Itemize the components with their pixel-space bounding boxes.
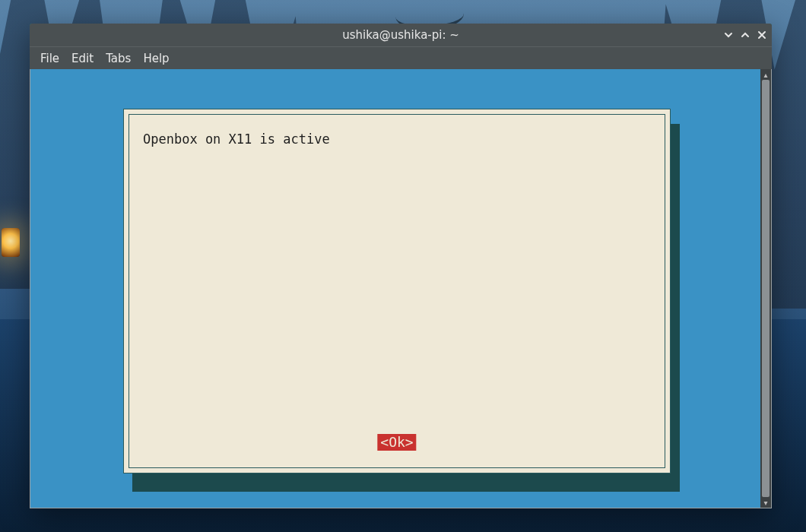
chevron-down-icon xyxy=(724,30,733,40)
menu-tabs[interactable]: Tabs xyxy=(100,47,137,70)
window-title: ushika@ushika-pi: ~ xyxy=(30,24,772,46)
dialog-frame: Openbox on X11 is active <Ok> xyxy=(129,114,665,468)
window-maximize-button[interactable] xyxy=(740,30,750,40)
ok-button[interactable]: <Ok> xyxy=(377,434,416,451)
scrollbar-up-arrow[interactable]: ▴ xyxy=(760,69,771,80)
terminal-content[interactable]: Openbox on X11 is active <Ok> xyxy=(30,69,760,508)
window-control-buttons xyxy=(723,24,767,46)
terminal-scrollbar[interactable]: ▴ ▾ xyxy=(760,69,771,508)
window-close-button[interactable] xyxy=(757,30,767,40)
triangle-up-icon: ▴ xyxy=(763,71,767,79)
chevron-up-icon xyxy=(741,30,750,40)
terminal-window: ushika@ushika-pi: ~ File Edit Tabs Hel xyxy=(30,24,772,508)
window-titlebar[interactable]: ushika@ushika-pi: ~ xyxy=(30,24,772,46)
triangle-down-icon: ▾ xyxy=(763,499,767,507)
window-minimize-button[interactable] xyxy=(723,30,734,40)
dialog-message: Openbox on X11 is active xyxy=(143,131,651,147)
whiptail-dialog: Openbox on X11 is active <Ok> xyxy=(123,109,671,473)
terminal-area: Openbox on X11 is active <Ok> ▴ ▾ xyxy=(30,69,772,508)
menu-file[interactable]: File xyxy=(34,47,65,70)
menu-edit[interactable]: Edit xyxy=(65,47,100,70)
scrollbar-thumb[interactable] xyxy=(762,80,770,497)
menu-help[interactable]: Help xyxy=(137,47,175,70)
scrollbar-down-arrow[interactable]: ▾ xyxy=(760,497,771,508)
close-icon xyxy=(757,30,766,40)
terminal-menubar: File Edit Tabs Help xyxy=(30,46,772,69)
